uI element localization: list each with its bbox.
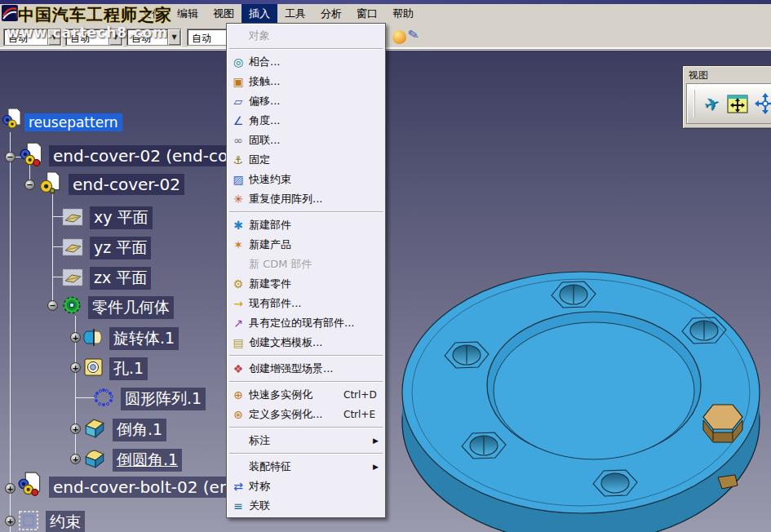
expander-chamfer[interactable]: + bbox=[70, 423, 81, 434]
expander-hole[interactable]: + bbox=[70, 362, 81, 373]
render-material-icon[interactable] bbox=[392, 30, 406, 44]
catia-window: M 文件 编辑 视图 插入 工具 分析 窗口 帮助 中国汽车工程师之家 自动 ▼… bbox=[0, 0, 771, 532]
menu-item-existing-component[interactable]: →现有部件... bbox=[228, 294, 384, 313]
quick-constraint-icon: ▨ bbox=[228, 173, 249, 186]
menu-item-contact[interactable]: ▣接触... bbox=[228, 72, 384, 91]
tree-node-fillet-1[interactable]: 倒圆角.1 bbox=[113, 449, 182, 472]
menu-tools[interactable]: 工具 bbox=[277, 4, 313, 24]
define-multi-instantiation-icon: ⊛ bbox=[228, 408, 249, 421]
constraints-icon bbox=[18, 510, 39, 531]
tree-node-end-cover-bolt-02[interactable]: end-cover-bolt-02 (end bbox=[49, 477, 244, 498]
expander-part-body[interactable]: − bbox=[47, 300, 58, 311]
fix-together-icon: ∞ bbox=[228, 134, 249, 147]
document-template-icon: ▤ bbox=[228, 336, 249, 349]
menu-item-relations[interactable]: ≡关联 bbox=[228, 496, 384, 516]
expander-end-cover-bolt[interactable]: + bbox=[5, 483, 16, 494]
part-instance-icon bbox=[20, 142, 44, 166]
tree-node-hole-1[interactable]: 孔.1 bbox=[109, 357, 148, 380]
fast-multi-instantiation-icon: ⊕ bbox=[228, 388, 249, 401]
menu-item-annotations[interactable]: 标注▶ bbox=[228, 431, 384, 450]
combo-dropdown-icon[interactable]: ▼ bbox=[167, 29, 180, 45]
part-instance-icon bbox=[18, 472, 42, 496]
new-product-icon: ✶ bbox=[228, 238, 249, 251]
offset-icon: ▱ bbox=[228, 95, 249, 108]
menu-item-fast-multi-instantiation[interactable]: ⊕快速多实例化Ctrl+D bbox=[228, 385, 384, 405]
menu-item-document-template[interactable]: ▤创建文档模板... bbox=[228, 333, 384, 352]
menu-insert[interactable]: 插入 bbox=[241, 4, 277, 24]
menu-view[interactable]: 视图 bbox=[206, 4, 241, 24]
expander-end-cover-02-part[interactable]: − bbox=[24, 180, 35, 190]
reuse-pattern-icon: ✳ bbox=[228, 193, 249, 206]
menu-item-fix-together[interactable]: ∞固联... bbox=[228, 131, 384, 150]
fit-all-icon[interactable] bbox=[726, 91, 749, 116]
product-icon bbox=[2, 108, 23, 129]
watermark-title: 中国汽车工程师之家 bbox=[18, 4, 172, 26]
tree-node-yz-plane[interactable]: yz 平面 bbox=[90, 237, 151, 259]
view-toolbar-title: 视图 bbox=[683, 66, 771, 82]
tree-node-chamfer-1[interactable]: 倒角.1 bbox=[113, 419, 166, 441]
tree-node-zx-plane[interactable]: zx 平面 bbox=[90, 267, 151, 290]
tree-node-shaft-1[interactable]: 旋转体.1 bbox=[109, 327, 179, 350]
hole-icon bbox=[83, 357, 104, 378]
expander-fillet[interactable]: + bbox=[70, 454, 81, 464]
menu-item-enhanced-scene[interactable]: ❖创建增强型场景... bbox=[228, 359, 384, 379]
menu-item-object: 对象 bbox=[228, 26, 384, 46]
menu-analyze[interactable]: 分析 bbox=[313, 4, 349, 24]
tree-node-reusepattern[interactable]: reusepattern bbox=[24, 113, 122, 131]
pan-icon[interactable] bbox=[754, 91, 771, 116]
insert-dropdown-menu: 对象 ◎相合... ▣接触... ▱偏移... ∠角度... ∞固联... ⚓固… bbox=[226, 23, 386, 518]
menu-bar: M 文件 编辑 视图 插入 工具 分析 窗口 帮助 中国汽车工程师之家 bbox=[0, 4, 771, 24]
menu-item-fix[interactable]: ⚓固定 bbox=[228, 150, 384, 170]
enhanced-scene-icon: ❖ bbox=[228, 362, 249, 375]
new-part-icon: ⚙ bbox=[228, 277, 249, 290]
expander-shaft[interactable]: + bbox=[70, 332, 81, 343]
angle-icon: ∠ bbox=[228, 114, 249, 127]
submenu-arrow-icon: ▶ bbox=[373, 463, 384, 471]
plane-icon bbox=[62, 206, 83, 228]
tree-node-xy-plane[interactable]: xy 平面 bbox=[90, 206, 153, 229]
menu-item-existing-component-positioned[interactable]: ↗具有定位的现有部件... bbox=[228, 313, 384, 333]
tree-node-end-cover-02-instance[interactable]: end-cover-02 (end-cov bbox=[49, 145, 241, 166]
symmetry-icon: ⇄ bbox=[228, 480, 249, 493]
new-component-icon: ✱ bbox=[228, 219, 249, 232]
menu-edit[interactable]: 编辑 bbox=[170, 4, 206, 24]
bolt-tip bbox=[718, 475, 738, 489]
anchor-icon: ⚓ bbox=[228, 153, 249, 166]
tree-node-end-cover-02-part[interactable]: end-cover-02 bbox=[69, 174, 184, 195]
menu-window[interactable]: 窗口 bbox=[349, 4, 385, 24]
menu-item-reuse-pattern[interactable]: ✳重复使用阵列... bbox=[228, 189, 384, 209]
existing-component-positioned-icon: ↗ bbox=[228, 317, 249, 330]
catia-logo-icon bbox=[2, 5, 18, 21]
toolbar-grip[interactable] bbox=[693, 90, 695, 117]
menu-item-quick-constraint[interactable]: ▨快速约束 bbox=[228, 170, 384, 189]
view-toolbar: 视图 ✈ bbox=[682, 65, 771, 129]
expander-end-cover-02[interactable]: − bbox=[5, 152, 16, 162]
menu-item-new-component[interactable]: ✱新建部件 bbox=[228, 215, 384, 235]
hex-bolt bbox=[703, 405, 742, 442]
relations-icon: ≡ bbox=[228, 499, 249, 512]
contact-icon: ▣ bbox=[228, 75, 249, 88]
shaft-icon bbox=[83, 326, 104, 348]
menu-item-assembly-features[interactable]: 装配特征▶ bbox=[228, 457, 384, 477]
menu-item-symmetry[interactable]: ⇄对称 bbox=[228, 477, 384, 496]
menu-help[interactable]: 帮助 bbox=[385, 4, 421, 24]
tree-node-circular-pattern-1[interactable]: 圆形阵列.1 bbox=[121, 388, 206, 410]
menu-item-new-product[interactable]: ✶新建产品 bbox=[228, 235, 384, 255]
tree-node-part-body[interactable]: 零件几何体 bbox=[88, 296, 174, 319]
part-body-icon bbox=[60, 294, 83, 317]
menu-item-angle[interactable]: ∠角度... bbox=[228, 111, 384, 131]
part-icon bbox=[39, 171, 62, 194]
existing-component-icon: → bbox=[228, 297, 249, 310]
menu-item-offset[interactable]: ▱偏移... bbox=[228, 91, 384, 111]
fillet-icon bbox=[83, 447, 106, 470]
menu-item-coincidence[interactable]: ◎相合... bbox=[228, 52, 384, 72]
menu-items: 文件 编辑 视图 插入 工具 分析 窗口 帮助 bbox=[134, 4, 421, 24]
tree-node-constraints[interactable]: 约束 bbox=[46, 511, 85, 532]
menu-item-define-multi-instantiation[interactable]: ⊛定义多实例化...Ctrl+E bbox=[228, 405, 384, 424]
expander-constraints[interactable]: + bbox=[5, 516, 16, 526]
coincidence-icon: ◎ bbox=[228, 55, 249, 69]
menu-item-new-part[interactable]: ⚙新建零件 bbox=[228, 274, 384, 294]
chamfer-icon bbox=[83, 417, 106, 440]
plane-icon bbox=[62, 267, 83, 288]
fly-mode-icon[interactable]: ✈ bbox=[702, 91, 721, 116]
